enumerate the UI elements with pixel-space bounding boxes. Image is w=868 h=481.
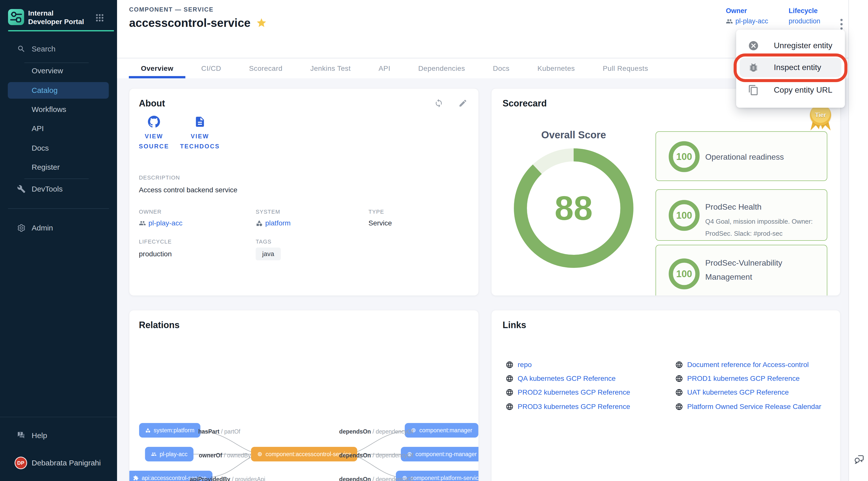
sidebar-item-workflows[interactable]: Workflows — [0, 102, 117, 117]
menu-item-copy-entity-url[interactable]: Copy entity URL — [736, 79, 845, 101]
link-qa-k8s[interactable]: QA kubernetes GCP Reference — [505, 375, 616, 383]
avatar[interactable]: DP — [14, 457, 27, 469]
overall-score-gauge: 88 — [514, 148, 633, 268]
tab-api[interactable]: API — [366, 59, 402, 78]
graph-node-system-platform[interactable]: system:platform — [139, 423, 200, 438]
tab-cicd[interactable]: CI/CD — [189, 59, 233, 78]
sidebar-item-api[interactable]: API — [0, 122, 117, 135]
system-field-value[interactable]: platform — [256, 219, 290, 227]
feedback-chat-icon[interactable] — [854, 453, 866, 466]
tab-overview[interactable]: Overview — [129, 59, 185, 78]
globe-icon — [505, 375, 514, 383]
bug-icon — [748, 62, 759, 73]
tab-jenkins-test[interactable]: Jenkins Test — [299, 59, 363, 78]
score-value: 100 — [669, 258, 700, 289]
sidebar-item-label: DevTools — [32, 185, 63, 193]
owner-link[interactable]: pl-play-acc — [726, 17, 768, 25]
sidebar-item-label: Overview — [32, 67, 63, 75]
score-check-title: Operational readiness — [705, 152, 784, 162]
refresh-icon[interactable] — [434, 99, 443, 108]
right-edge-panel — [848, 0, 868, 481]
tab-docs[interactable]: Docs — [481, 59, 522, 78]
about-card: About VIEW SOURCE VIEW TECHDOCS DESCRIPT… — [129, 88, 479, 296]
links-title: Links — [502, 320, 526, 330]
sidebar-item-register[interactable]: Register — [0, 160, 117, 174]
description-value: Access control backend service — [139, 186, 237, 194]
menu-item-unregister-entity[interactable]: Unregister entity — [736, 35, 845, 57]
sidebar-item-catalog[interactable]: Catalog — [0, 83, 117, 97]
tab-kubernetes[interactable]: Kubernetes — [525, 59, 587, 78]
page-title: accesscontrol-service — [129, 16, 250, 30]
graph-node-component-manager[interactable]: component:manager — [405, 423, 478, 438]
link-prod3-k8s[interactable]: PROD3 kubernetes GCP Reference — [505, 403, 630, 411]
sidebar-item-label: Docs — [32, 144, 49, 152]
link-prod1-k8s[interactable]: PROD1 kubernetes GCP Reference — [675, 375, 800, 383]
gear-icon — [17, 224, 26, 232]
score-check-card[interactable]: 100 ProdSec-Vulnerability Management — [655, 245, 827, 296]
score-ring: 100 — [669, 141, 700, 172]
lifecycle-value-wrap: production — [788, 17, 820, 25]
link-release-calendar[interactable]: Platform Owned Service Release Calendar — [675, 403, 821, 411]
sidebar-item-label: Workflows — [32, 105, 66, 114]
tab-pull-requests[interactable]: Pull Requests — [591, 59, 660, 78]
owner-value: pl-play-acc — [735, 17, 768, 25]
score-ring: 100 — [669, 258, 700, 289]
tab-dependencies[interactable]: Dependencies — [406, 59, 477, 78]
tab-scorecard[interactable]: Scorecard — [237, 59, 294, 78]
scorecard-card: Scorecard Tier Overall Score 88 100 Oper… — [491, 88, 840, 296]
system-field-label: SYSTEM — [256, 209, 280, 215]
globe-icon — [505, 403, 514, 411]
system-shapes-icon — [145, 427, 151, 433]
about-title: About — [139, 98, 165, 109]
badge-label: Tier — [815, 111, 826, 119]
search-icon — [17, 45, 26, 53]
owner-field-value[interactable]: pl-play-acc — [139, 219, 182, 227]
graph-node-pl-play-acc[interactable]: pl-play-acc — [145, 447, 193, 461]
sidebar-item-admin[interactable]: Admin — [0, 221, 117, 235]
globe-icon — [675, 403, 683, 411]
sidebar-item-label: Catalog — [32, 86, 58, 95]
overall-score-label: Overall Score — [523, 129, 624, 140]
sidebar-item-overview[interactable]: Overview — [0, 64, 117, 78]
user-name[interactable]: Debabrata Panigrahi — [32, 459, 101, 467]
sidebar-item-search[interactable]: Search — [0, 42, 117, 56]
sidebar-item-label: Search — [32, 45, 56, 53]
tag-chip[interactable]: java — [256, 248, 281, 260]
sidebar-divider — [8, 209, 109, 209]
link-prod2-k8s[interactable]: PROD2 kubernetes GCP Reference — [505, 388, 630, 396]
sidebar: Internal Developer Portal Search Overvie… — [0, 0, 117, 481]
sidebar-item-help[interactable]: Help — [0, 428, 117, 443]
score-check-card[interactable]: 100 Operational readiness — [655, 131, 827, 181]
puzzle-icon — [133, 475, 138, 481]
view-source-button[interactable]: VIEW SOURCE — [136, 116, 172, 151]
view-source-label: VIEW SOURCE — [137, 131, 170, 151]
edge-label: hasPartpartOf — [198, 428, 240, 435]
score-check-subtitle: Q4 Goal, mission impossible. Owner: Prod… — [705, 215, 813, 239]
score-check-card[interactable]: 100 ProdSec Health Q4 Goal, mission impo… — [655, 189, 827, 241]
overall-score-value: 88 — [514, 148, 633, 268]
link-uat-k8s[interactable]: UAT kubernetes GCP Reference — [675, 388, 789, 396]
lifecycle-label: Lifecycle — [788, 7, 820, 15]
owner-field-label: OWNER — [139, 209, 161, 215]
chip-icon — [257, 451, 262, 457]
favorite-star-icon[interactable] — [256, 17, 267, 28]
edge-label: dependsOndependencyOf — [339, 476, 413, 481]
link-doc-reference[interactable]: Document reference for Access-control — [675, 361, 809, 369]
app-grid-icon[interactable] — [95, 13, 104, 23]
edit-pencil-icon[interactable] — [458, 99, 467, 108]
owner-label: Owner — [726, 7, 768, 15]
sidebar-item-label: Register — [32, 163, 60, 171]
sidebar-item-label: API — [32, 124, 44, 133]
links-card: Links repo QA kubernetes GCP Reference P… — [491, 310, 840, 481]
view-techdocs-button[interactable]: VIEW TECHDOCS — [179, 116, 221, 151]
help-chat-icon — [17, 431, 26, 440]
app-logo-icon — [8, 9, 24, 25]
link-repo[interactable]: repo — [505, 361, 532, 369]
system-shapes-icon — [256, 220, 263, 227]
cancel-circle-icon — [748, 40, 759, 51]
globe-icon — [675, 388, 683, 396]
sidebar-item-devtools[interactable]: DevTools — [0, 182, 117, 196]
lifecycle-value: production — [788, 17, 820, 25]
menu-item-inspect-entity[interactable]: Inspect entity — [736, 57, 845, 78]
sidebar-item-docs[interactable]: Docs — [0, 141, 117, 155]
